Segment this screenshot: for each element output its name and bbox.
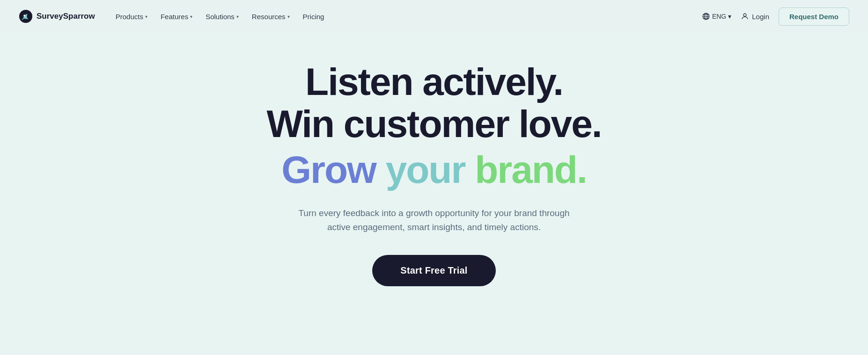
solutions-label: Solutions — [206, 13, 235, 21]
request-demo-button[interactable]: Request Demo — [779, 7, 849, 26]
login-label: Login — [752, 13, 769, 21]
brand-word: brand — [475, 148, 577, 191]
resources-label: Resources — [252, 13, 286, 21]
hero-colored-tagline: Grow your brand. — [281, 149, 586, 191]
lang-chevron-icon: ▾ — [728, 13, 731, 20]
nav-item-solutions[interactable]: Solutions ▾ — [200, 9, 244, 24]
nav-right: ENG ▾ Login Request Demo — [702, 7, 849, 26]
nav-item-features[interactable]: Features ▾ — [155, 9, 198, 24]
login-button[interactable]: Login — [741, 12, 769, 21]
nav-item-pricing[interactable]: Pricing — [297, 9, 330, 24]
dot-period: . — [577, 148, 587, 191]
grow-word: Grow — [281, 148, 376, 191]
nav-item-products[interactable]: Products ▾ — [110, 9, 153, 24]
products-chevron-icon: ▾ — [145, 14, 147, 19]
nav-links: Products ▾ Features ▾ Solutions ▾ Resour… — [110, 9, 330, 24]
lang-label: ENG — [712, 13, 726, 20]
logo-icon — [19, 9, 33, 23]
products-label: Products — [116, 13, 143, 21]
globe-icon — [702, 12, 710, 21]
hero-headline-line1: Listen actively. — [305, 61, 563, 103]
nav-item-resources[interactable]: Resources ▾ — [246, 9, 295, 24]
navbar: SurveySparrow Products ▾ Features ▾ Solu… — [0, 0, 868, 33]
hero-headline-line2: Win customer love. — [266, 103, 601, 145]
features-label: Features — [161, 13, 188, 21]
solutions-chevron-icon: ▾ — [236, 14, 239, 19]
hero-section: Listen actively. Win customer love. Grow… — [0, 33, 868, 324]
hero-description: Turn every feedback into a growth opport… — [298, 206, 570, 235]
nav-left: SurveySparrow Products ▾ Features ▾ Solu… — [19, 9, 330, 24]
start-free-trial-button[interactable]: Start Free Trial — [372, 255, 495, 286]
svg-point-1 — [23, 14, 25, 16]
user-icon — [741, 12, 749, 21]
features-chevron-icon: ▾ — [190, 14, 192, 19]
svg-point-7 — [743, 14, 746, 16]
logo[interactable]: SurveySparrow — [19, 9, 95, 23]
pricing-label: Pricing — [303, 13, 324, 21]
brand-name: SurveySparrow — [37, 12, 95, 21]
resources-chevron-icon: ▾ — [287, 14, 290, 19]
your-word: your — [386, 148, 465, 191]
language-selector[interactable]: ENG ▾ — [702, 12, 731, 21]
